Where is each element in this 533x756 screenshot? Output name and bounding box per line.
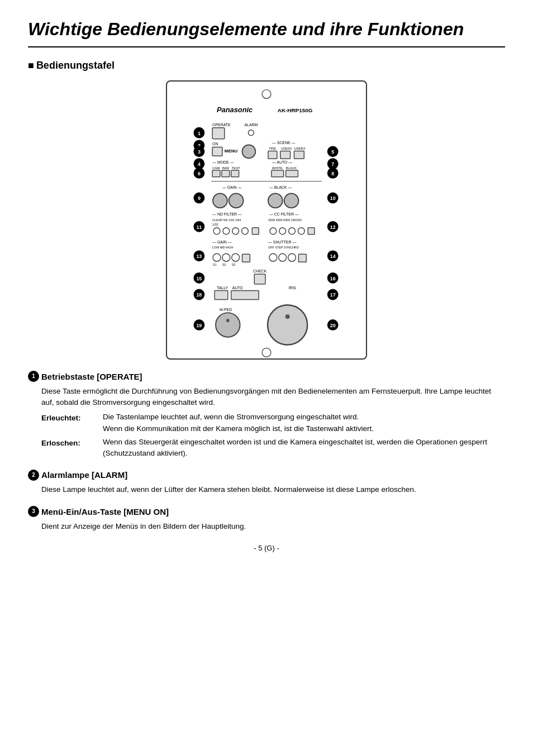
section-1-heading: 1 Betriebstaste [OPERATE]	[28, 371, 505, 382]
svg-text:IRIS: IRIS	[289, 286, 297, 290]
svg-point-0	[262, 90, 271, 99]
svg-text:16: 16	[330, 276, 336, 281]
svg-point-70	[298, 228, 304, 235]
svg-point-82	[232, 253, 240, 261]
section-3-num: 3	[28, 506, 39, 517]
section-2-num: 2	[28, 470, 39, 481]
svg-rect-21	[280, 151, 291, 159]
svg-rect-96	[254, 274, 265, 284]
svg-text:CHECK: CHECK	[253, 269, 267, 273]
svg-point-88	[279, 253, 287, 261]
page-number: - 5 (G) -	[28, 543, 505, 553]
svg-point-61	[223, 228, 230, 235]
svg-rect-4	[212, 128, 225, 139]
svg-text:10: 10	[330, 195, 336, 201]
svg-text:— MODE —: — MODE —	[212, 160, 234, 164]
svg-text:S2: S2	[222, 263, 226, 266]
svg-point-14	[242, 145, 255, 158]
svg-point-114	[285, 314, 290, 319]
svg-text:TALLY: TALLY	[217, 286, 228, 290]
svg-text:11: 11	[196, 224, 202, 230]
svg-text:8: 8	[331, 171, 334, 176]
svg-text:CLEAR 5/6  1/16  1/64: CLEAR 5/6 1/16 1/64	[212, 218, 241, 222]
svg-text:USER1: USER1	[281, 147, 292, 150]
svg-text:PRE: PRE	[269, 147, 276, 150]
svg-text:— SHUTTER —: — SHUTTER —	[268, 240, 296, 244]
svg-text:WHITE: WHITE	[272, 166, 283, 170]
svg-point-87	[269, 253, 277, 261]
svg-point-119	[262, 348, 271, 357]
svg-text:OPERATE: OPERATE	[212, 123, 231, 127]
svg-point-113	[268, 305, 307, 344]
svg-rect-71	[308, 228, 315, 235]
svg-point-67	[270, 228, 277, 235]
svg-text:20: 20	[330, 323, 336, 328]
svg-text:BLACK: BLACK	[286, 166, 297, 170]
term-erleuchtet: Erleuchtet:	[41, 412, 97, 434]
svg-point-111	[216, 313, 240, 337]
svg-point-52	[284, 194, 299, 208]
svg-text:MENU: MENU	[225, 149, 238, 154]
svg-point-112	[226, 319, 230, 322]
svg-rect-37	[272, 170, 284, 177]
svg-point-48	[213, 194, 227, 208]
svg-point-63	[242, 228, 249, 235]
svg-text:14: 14	[330, 253, 336, 259]
svg-text:5: 5	[331, 149, 334, 155]
section-1-terms: Erleuchtet: Die Tastenlampe leuchtet auf…	[41, 412, 505, 459]
svg-text:USER2: USER2	[294, 147, 305, 150]
svg-rect-19	[268, 151, 277, 159]
svg-text:ON: ON	[212, 142, 218, 146]
svg-rect-84	[242, 254, 250, 262]
section-2: 2 Alarmlampe [ALARM] Diese Lampe leuchte…	[28, 469, 505, 495]
svg-text:3: 3	[198, 149, 201, 155]
svg-point-89	[288, 253, 296, 261]
svg-text:BAR: BAR	[222, 166, 229, 170]
svg-rect-32	[222, 170, 230, 177]
svg-text:S1: S1	[213, 263, 217, 266]
svg-point-49	[229, 194, 244, 208]
page-title: Wichtige Bedienungselemente und ihre Fun…	[28, 17, 505, 47]
svg-text:3200 4300 6300 CROSS: 3200 4300 6300 CROSS	[268, 218, 302, 222]
svg-text:Panasonic: Panasonic	[217, 106, 253, 114]
svg-text:AK-HRP150G: AK-HRP150G	[278, 107, 313, 113]
svg-point-51	[268, 194, 283, 208]
svg-rect-39	[286, 170, 298, 177]
svg-point-60	[213, 228, 220, 235]
svg-rect-64	[252, 228, 259, 235]
svg-text:4: 4	[198, 161, 201, 167]
svg-text:ALARM: ALARM	[244, 123, 258, 127]
svg-rect-34	[231, 170, 239, 177]
svg-rect-30	[212, 170, 220, 177]
svg-text:13: 13	[196, 253, 202, 259]
svg-text:9: 9	[198, 195, 201, 201]
svg-text:— ND FILTER —: — ND FILTER —	[212, 212, 242, 216]
svg-point-68	[279, 228, 286, 235]
section-1-intro: Diese Taste ermöglicht die Durchführung …	[41, 386, 505, 409]
svg-rect-102	[215, 291, 228, 300]
svg-text:18: 18	[196, 292, 202, 298]
svg-text:6: 6	[198, 171, 201, 176]
svg-text:— GAIN —: — GAIN —	[222, 185, 242, 189]
def-erloschen: Wenn das Steuergerät eingeschaltet worde…	[103, 437, 505, 460]
svg-rect-12	[212, 147, 222, 156]
svg-text:TEST: TEST	[232, 166, 241, 170]
svg-text:7: 7	[331, 161, 334, 167]
section-3: 3 Menü-Ein/Aus-Taste [MENU ON] Dient zur…	[28, 506, 505, 532]
svg-point-69	[289, 228, 296, 235]
svg-point-62	[232, 228, 239, 235]
svg-text:— SCENE —: — SCENE —	[272, 141, 296, 145]
svg-rect-90	[298, 254, 306, 262]
section-2-heading: 2 Alarmlampe [ALARM]	[28, 469, 505, 481]
svg-text:S3: S3	[232, 263, 236, 266]
term-erloschen: Erloschen:	[41, 437, 97, 460]
svg-rect-23	[294, 151, 304, 159]
svg-text:19: 19	[196, 323, 202, 328]
svg-text:M-PED: M-PED	[220, 308, 232, 312]
svg-text:— CC FILTER —: — CC FILTER —	[269, 212, 299, 216]
svg-point-80	[222, 253, 230, 261]
svg-text:— AUTO —: — AUTO —	[272, 160, 292, 164]
svg-text:CAM: CAM	[212, 166, 220, 170]
svg-text:1/32: 1/32	[212, 223, 218, 226]
svg-point-78	[213, 253, 221, 261]
